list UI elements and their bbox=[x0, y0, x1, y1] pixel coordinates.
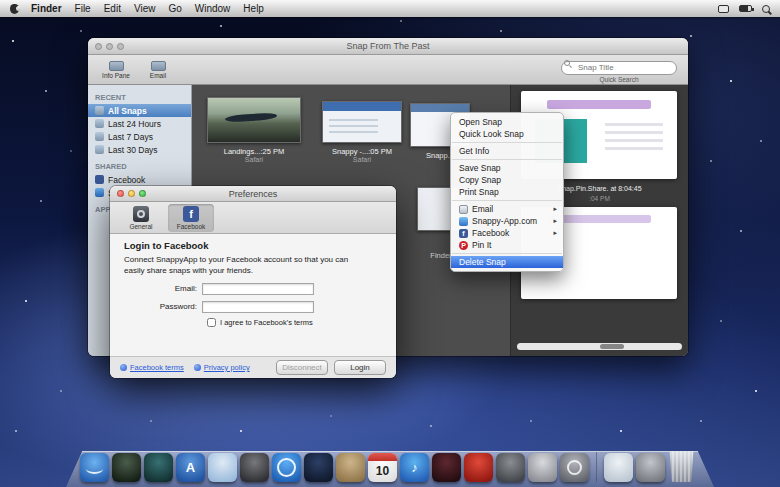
dock-icon-glyph bbox=[272, 453, 301, 482]
preferences-tab[interactable]: Facebook bbox=[168, 204, 214, 232]
app-store-icon[interactable]: A bbox=[176, 453, 205, 482]
snap-thumbnail-image[interactable] bbox=[207, 97, 301, 143]
search-area: Quick Search bbox=[558, 56, 680, 83]
menu-item[interactable]: View bbox=[134, 3, 156, 14]
sidebar-item-icon bbox=[95, 106, 104, 115]
snap-thumbnail-image[interactable] bbox=[322, 101, 402, 143]
dock-icon-glyph bbox=[464, 453, 493, 482]
spotlight-icon[interactable] bbox=[762, 5, 770, 13]
preferences-tab[interactable]: General bbox=[118, 204, 164, 232]
horizontal-scrollbar[interactable] bbox=[517, 343, 682, 350]
itunes-icon[interactable]: ♪ bbox=[400, 453, 429, 482]
zoom-button[interactable] bbox=[139, 190, 146, 197]
context-menu-item[interactable] bbox=[452, 253, 562, 254]
context-menu-item[interactable]: Delete Snap bbox=[451, 256, 563, 268]
menu-item[interactable]: Finder bbox=[31, 3, 62, 14]
context-menu-item-icon bbox=[459, 229, 468, 238]
safari-icon[interactable] bbox=[272, 453, 301, 482]
context-menu-item-icon bbox=[459, 205, 468, 214]
context-menu-item[interactable] bbox=[452, 142, 562, 143]
dock-stacks bbox=[604, 453, 665, 482]
sidebar-item-icon bbox=[95, 145, 104, 154]
snap-thumbnail[interactable]: Snappy -...:05 PM Safari bbox=[310, 101, 414, 163]
minimize-button[interactable] bbox=[106, 43, 113, 50]
sidebar-item[interactable]: Last 30 Days bbox=[88, 143, 191, 156]
finder-icon[interactable] bbox=[80, 453, 109, 482]
battery-icon[interactable] bbox=[739, 5, 752, 12]
calendar-icon[interactable]: 10 bbox=[368, 453, 397, 482]
app-14-icon[interactable] bbox=[496, 453, 525, 482]
snap-window-titlebar[interactable]: Snap From The Past bbox=[88, 38, 688, 55]
context-menu-item-icon bbox=[459, 217, 468, 226]
app-2-icon[interactable] bbox=[112, 453, 141, 482]
toolbar-button[interactable]: Info Pane bbox=[96, 61, 136, 79]
sidebar-item[interactable]: Facebook bbox=[88, 173, 191, 186]
zoom-button[interactable] bbox=[117, 43, 124, 50]
context-menu-item[interactable]: Snappy-App.com bbox=[451, 215, 563, 227]
menu-item[interactable]: Help bbox=[243, 3, 264, 14]
toolbar-button-icon bbox=[151, 61, 166, 71]
context-menu-item[interactable]: Pin It bbox=[451, 239, 563, 251]
preferences-footer: Facebook terms Privacy policy Disconnect… bbox=[110, 356, 396, 378]
context-menu-item[interactable]: Facebook bbox=[451, 227, 563, 239]
app-3-icon[interactable] bbox=[144, 453, 173, 482]
close-button[interactable] bbox=[95, 43, 102, 50]
search-icon bbox=[564, 60, 570, 66]
footer-link[interactable]: Facebook terms bbox=[120, 363, 184, 372]
snap-thumbnail[interactable]: Landings...:25 PM Safari bbox=[198, 97, 310, 163]
sidebar-item-label: Last 30 Days bbox=[108, 145, 158, 155]
dock-divider bbox=[596, 452, 597, 482]
menu-item[interactable]: Window bbox=[195, 3, 231, 14]
documents-stack-icon[interactable] bbox=[636, 453, 665, 482]
preferences-tab-icon bbox=[133, 206, 149, 222]
context-menu-item[interactable]: Quick Look Snap bbox=[451, 128, 563, 140]
context-menu-item[interactable]: Copy Snap bbox=[451, 174, 563, 186]
dock-icon-glyph bbox=[112, 453, 141, 482]
minimize-button[interactable] bbox=[128, 190, 135, 197]
footer-link[interactable]: Privacy policy bbox=[194, 363, 250, 372]
terms-checkbox[interactable] bbox=[207, 318, 216, 327]
app-5-icon[interactable] bbox=[208, 453, 237, 482]
app-6-icon[interactable] bbox=[240, 453, 269, 482]
dock-icon-glyph bbox=[560, 453, 589, 482]
close-button[interactable] bbox=[117, 190, 124, 197]
context-menu-item[interactable] bbox=[452, 200, 562, 201]
sidebar-item[interactable]: All Snaps bbox=[88, 104, 191, 117]
context-menu-item[interactable]: Print Snap bbox=[451, 186, 563, 198]
downloads-folder-icon[interactable] bbox=[604, 453, 633, 482]
toolbar-button[interactable]: Email bbox=[138, 61, 178, 79]
email-field[interactable] bbox=[202, 283, 314, 295]
context-menu-item[interactable]: Email bbox=[451, 203, 563, 215]
sidebar-item[interactable]: Last 7 Days bbox=[88, 130, 191, 143]
dock-apps: A bbox=[80, 453, 589, 482]
trash-icon[interactable] bbox=[668, 451, 695, 482]
app-15-icon[interactable] bbox=[528, 453, 557, 482]
sidebar-item[interactable]: RECENT bbox=[88, 91, 191, 104]
context-menu-item[interactable]: Open Snap bbox=[451, 116, 563, 128]
dock-icon-glyph bbox=[636, 453, 665, 482]
menu-item[interactable]: Edit bbox=[104, 3, 121, 14]
context-menu-item[interactable]: Get Info bbox=[451, 145, 563, 157]
context-menu-item-label: Print Snap bbox=[459, 187, 499, 197]
sidebar-item[interactable]: SHARED bbox=[88, 160, 191, 173]
preferences-titlebar[interactable]: Preferences bbox=[110, 186, 396, 202]
context-menu-item[interactable] bbox=[452, 159, 562, 160]
login-button[interactable]: Login bbox=[334, 360, 386, 375]
context-menu-item-icon bbox=[459, 241, 468, 250]
password-field[interactable] bbox=[202, 301, 314, 313]
app-12-icon[interactable] bbox=[432, 453, 461, 482]
context-menu-item[interactable]: Save Snap bbox=[451, 162, 563, 174]
disconnect-button[interactable]: Disconnect bbox=[276, 360, 328, 375]
app-9-icon[interactable] bbox=[336, 453, 365, 482]
app-13-icon[interactable] bbox=[464, 453, 493, 482]
system-preferences-icon[interactable] bbox=[560, 453, 589, 482]
menu-item[interactable]: File bbox=[75, 3, 91, 14]
app-8-icon[interactable] bbox=[304, 453, 333, 482]
sidebar-item[interactable]: Last 24 Hours bbox=[88, 117, 191, 130]
scrollbar-knob[interactable] bbox=[600, 344, 624, 349]
preferences-tab-label: General bbox=[118, 223, 164, 230]
search-input[interactable] bbox=[561, 61, 677, 75]
display-icon[interactable] bbox=[718, 5, 729, 13]
apple-menu-icon[interactable] bbox=[10, 4, 19, 14]
menu-item[interactable]: Go bbox=[168, 3, 181, 14]
